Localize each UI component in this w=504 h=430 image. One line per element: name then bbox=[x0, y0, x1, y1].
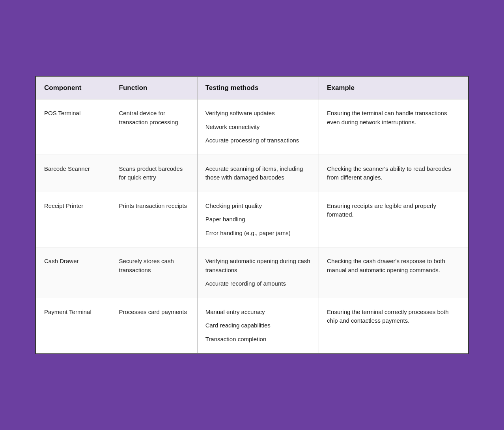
cell-function: Scans product barcodes for quick entry bbox=[111, 155, 197, 192]
cell-component: Payment Terminal bbox=[36, 298, 111, 353]
testing-method-item: Accurate recording of amounts bbox=[205, 279, 311, 288]
testing-method-item: Verifying automatic opening during cash … bbox=[205, 257, 311, 275]
cell-example: Checking the cash drawer's response to b… bbox=[319, 247, 468, 298]
testing-method-item: Accurate scanning of items, including th… bbox=[205, 165, 311, 182]
cell-component: Receipt Printer bbox=[36, 192, 111, 247]
cell-function: Central device for transaction processin… bbox=[111, 99, 197, 155]
table-row: Payment TerminalProcesses card paymentsM… bbox=[36, 298, 468, 353]
cell-example: Ensuring the terminal correctly processe… bbox=[319, 298, 468, 353]
testing-method-item: Network connectivity bbox=[205, 123, 311, 132]
cell-function: Securely stores cash transactions bbox=[111, 247, 197, 298]
cell-example: Ensuring receipts are legible and proper… bbox=[319, 192, 468, 247]
table-row: Cash DrawerSecurely stores cash transact… bbox=[36, 247, 468, 298]
table-row: Receipt PrinterPrints transaction receip… bbox=[36, 192, 468, 247]
header-function: Function bbox=[111, 77, 197, 99]
main-table-wrapper: Component Function Testing methods Examp… bbox=[35, 76, 469, 354]
cell-testing: Checking print qualityPaper handlingErro… bbox=[197, 192, 319, 247]
cell-testing: Verifying automatic opening during cash … bbox=[197, 247, 319, 298]
cell-component: Barcode Scanner bbox=[36, 155, 111, 192]
header-component: Component bbox=[36, 77, 111, 99]
cell-function: Prints transaction receipts bbox=[111, 192, 197, 247]
testing-method-item: Transaction completion bbox=[205, 335, 311, 344]
header-example: Example bbox=[319, 77, 468, 99]
cell-testing: Accurate scanning of items, including th… bbox=[197, 155, 319, 192]
testing-method-item: Card reading capabilities bbox=[205, 321, 311, 330]
testing-method-item: Paper handling bbox=[205, 215, 311, 224]
table-header-row: Component Function Testing methods Examp… bbox=[36, 77, 468, 99]
cell-example: Ensuring the terminal can handle transac… bbox=[319, 99, 468, 155]
cell-function: Processes card payments bbox=[111, 298, 197, 353]
header-testing: Testing methods bbox=[197, 77, 319, 99]
testing-method-item: Verifying software updates bbox=[205, 109, 311, 118]
cell-example: Checking the scanner's ability to read b… bbox=[319, 155, 468, 192]
testing-method-item: Checking print quality bbox=[205, 202, 311, 211]
table-row: POS TerminalCentral device for transacti… bbox=[36, 99, 468, 155]
pos-components-table: Component Function Testing methods Examp… bbox=[36, 77, 468, 353]
testing-method-item: Error handling (e.g., paper jams) bbox=[205, 229, 311, 238]
table-row: Barcode ScannerScans product barcodes fo… bbox=[36, 155, 468, 192]
cell-testing: Verifying software updatesNetwork connec… bbox=[197, 99, 319, 155]
cell-testing: Manual entry accuracyCard reading capabi… bbox=[197, 298, 319, 353]
testing-method-item: Manual entry accuracy bbox=[205, 308, 311, 317]
cell-component: POS Terminal bbox=[36, 99, 111, 155]
testing-method-item: Accurate processing of transactions bbox=[205, 136, 311, 145]
cell-component: Cash Drawer bbox=[36, 247, 111, 298]
